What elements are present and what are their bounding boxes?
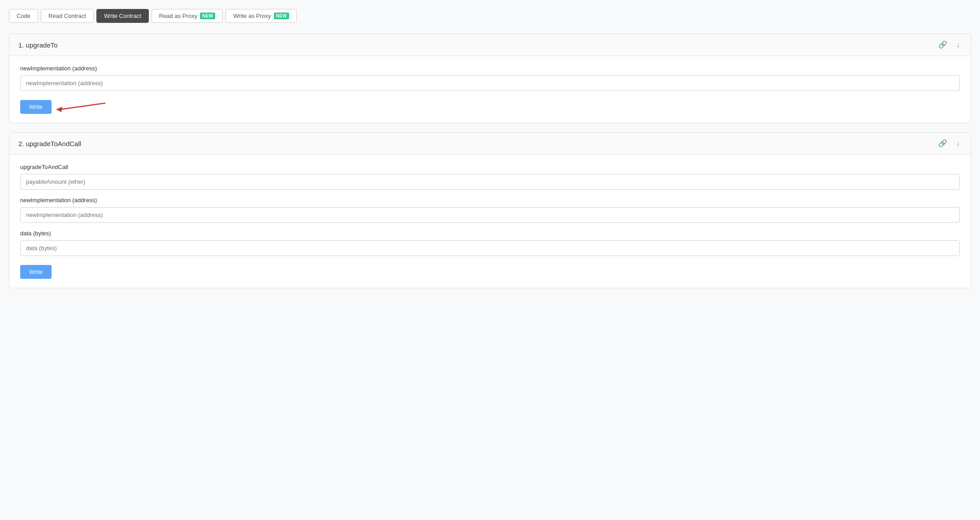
svg-line-0	[61, 103, 105, 109]
write-button[interactable]: Write	[20, 265, 52, 279]
new-badge: NEW	[200, 13, 215, 19]
tab-label: Read as Proxy	[159, 13, 197, 19]
sections-container: 1. upgradeTo🔗↓newImplementation (address…	[9, 34, 971, 288]
collapse-icon-button[interactable]: ↓	[954, 139, 962, 148]
link-icon-button[interactable]: 🔗	[937, 40, 949, 49]
field-label-new-impl-2: newImplementation (address)	[20, 197, 960, 204]
tab-code[interactable]: Code	[9, 9, 38, 23]
section-header: 2. upgradeToAndCall🔗↓	[9, 133, 971, 155]
new-badge: NEW	[274, 13, 289, 19]
tab-read-as-proxy[interactable]: Read as ProxyNEW	[152, 9, 223, 23]
red-arrow-annotation	[56, 100, 110, 113]
section-body: upgradeToAndCallnewImplementation (addre…	[9, 155, 971, 288]
svg-marker-1	[56, 107, 62, 112]
write-row: Write	[20, 98, 960, 114]
field-group-data-bytes: data (bytes)	[20, 230, 960, 256]
collapse-icon-button[interactable]: ↓	[954, 40, 962, 49]
section-header: 1. upgradeTo🔗↓	[9, 34, 971, 56]
field-input-data-bytes[interactable]	[20, 240, 960, 256]
section-upgrade-to: 1. upgradeTo🔗↓newImplementation (address…	[9, 34, 971, 123]
write-button[interactable]: Write	[20, 100, 52, 114]
field-input-payable-amount[interactable]	[20, 174, 960, 190]
section-icons: 🔗↓	[937, 139, 962, 148]
section-icons: 🔗↓	[937, 40, 962, 49]
tab-bar: CodeRead ContractWrite ContractRead as P…	[9, 9, 971, 23]
field-group-payable-amount	[20, 174, 960, 190]
tab-label: Write as Proxy	[233, 13, 271, 19]
write-row: Write	[20, 263, 960, 279]
section-function-label: upgradeToAndCall	[20, 164, 960, 170]
section-title: 1. upgradeTo	[18, 41, 58, 49]
tab-label: Read Contract	[48, 13, 86, 19]
tab-label: Code	[17, 13, 30, 19]
section-body: newImplementation (address)Write	[9, 56, 971, 123]
field-label-data-bytes: data (bytes)	[20, 230, 960, 237]
section-title: 2. upgradeToAndCall	[18, 140, 81, 147]
field-label-new-impl: newImplementation (address)	[20, 65, 960, 72]
tab-write-as-proxy[interactable]: Write as ProxyNEW	[225, 9, 297, 23]
field-input-new-impl[interactable]	[20, 75, 960, 91]
field-input-new-impl-2[interactable]	[20, 207, 960, 223]
tab-label: Write Contract	[104, 13, 141, 19]
field-group-new-impl: newImplementation (address)	[20, 65, 960, 91]
section-upgrade-to-and-call: 2. upgradeToAndCall🔗↓upgradeToAndCallnew…	[9, 132, 971, 288]
link-icon-button[interactable]: 🔗	[937, 139, 949, 148]
tab-read-contract[interactable]: Read Contract	[41, 9, 94, 23]
tab-write-contract[interactable]: Write Contract	[96, 9, 149, 23]
field-group-new-impl-2: newImplementation (address)	[20, 197, 960, 223]
